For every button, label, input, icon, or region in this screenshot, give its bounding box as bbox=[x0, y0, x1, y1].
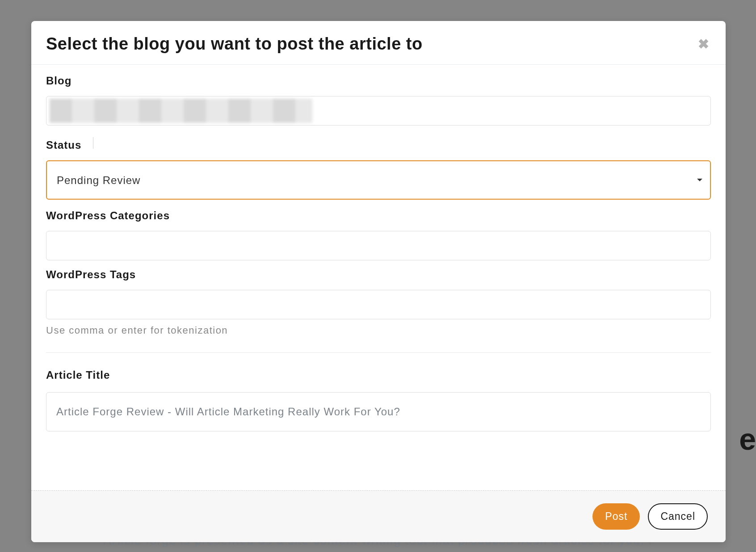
modal-header: Select the blog you want to post the art… bbox=[31, 21, 726, 65]
status-label: Status bbox=[46, 139, 81, 151]
status-form-group: Status Pending Review bbox=[46, 136, 711, 200]
categories-input[interactable] bbox=[46, 231, 711, 260]
post-article-modal: Select the blog you want to post the art… bbox=[31, 21, 726, 542]
categories-label: WordPress Categories bbox=[46, 209, 711, 222]
cancel-button[interactable]: Cancel bbox=[648, 503, 708, 530]
blog-label: Blog bbox=[46, 75, 711, 87]
blog-input-wrapper bbox=[46, 96, 711, 125]
close-icon[interactable]: ✖ bbox=[696, 36, 711, 53]
tags-label: WordPress Tags bbox=[46, 268, 711, 281]
status-header-row: Status bbox=[46, 136, 711, 151]
article-title-form-group: Article Title bbox=[46, 369, 711, 431]
tags-helper-text: Use comma or enter for tokenization bbox=[46, 325, 711, 336]
status-vertical-divider bbox=[93, 137, 93, 149]
post-button[interactable]: Post bbox=[592, 503, 640, 530]
modal-title: Select the blog you want to post the art… bbox=[46, 34, 423, 54]
article-title-input[interactable] bbox=[46, 392, 711, 431]
tags-input[interactable] bbox=[46, 290, 711, 319]
modal-footer: Post Cancel bbox=[31, 490, 726, 542]
blurred-redaction bbox=[50, 99, 312, 123]
blog-form-group: Blog bbox=[46, 75, 711, 125]
article-title-label: Article Title bbox=[46, 369, 711, 381]
tags-form-group: WordPress Tags Use comma or enter for to… bbox=[46, 268, 711, 336]
categories-form-group: WordPress Categories bbox=[46, 209, 711, 260]
background-partial-heading: e bbox=[739, 422, 756, 456]
modal-body: Blog Status Pending Review WordPress Cat… bbox=[31, 65, 726, 490]
section-divider bbox=[46, 352, 711, 353]
status-select[interactable]: Pending Review bbox=[46, 160, 711, 200]
